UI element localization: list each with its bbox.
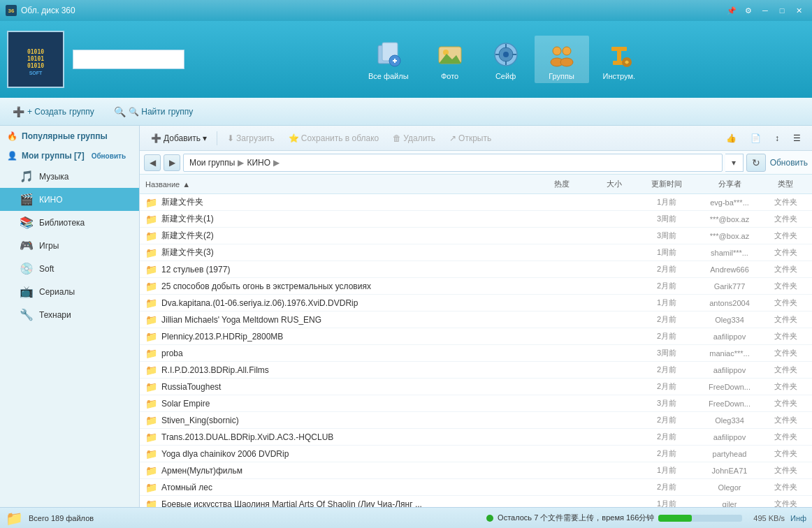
view-button[interactable]: ☰ — [788, 131, 806, 145]
my-groups-header[interactable]: 👤 Мои группы [7] Обновить — [0, 145, 139, 165]
file-date: 3月前 — [639, 398, 695, 409]
sidebar-item-music-label: Музыка — [39, 172, 132, 182]
nav-safe[interactable]: Сейф — [479, 36, 533, 83]
maximize-button[interactable]: □ — [774, 4, 790, 17]
table-row[interactable]: 📁 Dva.kapitana.(01-06.seriya.iz.06).1976… — [140, 295, 812, 311]
file-list-body: 📁 新建文件夹 1月前 evg-ba***... 文件夹 📁 新建文件夹(1) … — [140, 194, 812, 507]
statusbar-info-button[interactable]: Инф — [790, 514, 806, 522]
folder-icon: 📁 — [145, 432, 157, 443]
breadcrumb-back-button[interactable]: ◀ — [144, 154, 161, 171]
svg-point-23 — [560, 58, 573, 66]
table-row[interactable]: 📁 RussiaToughest 2月前 FreeDown... 文件夹 — [140, 379, 812, 395]
header-date[interactable]: 更新时间 — [639, 179, 695, 189]
sidebar-item-games[interactable]: 🎮 Игры — [0, 234, 139, 257]
file-name: 新建文件夹(2) — [161, 230, 534, 242]
sort-button[interactable]: ↕ — [769, 131, 785, 145]
soft-icon: 💿 — [20, 262, 34, 275]
toolbar-divider-1 — [217, 131, 217, 145]
file-date: 2月前 — [639, 381, 695, 392]
file-name: 12 стульев (1977) — [161, 265, 534, 274]
sidebar-item-music[interactable]: 🎵 Музыка — [0, 165, 139, 188]
titlebar-title: Обл. диск 360 — [21, 6, 724, 15]
kino-icon: 🎬 — [20, 193, 34, 206]
table-row[interactable]: 📁 新建文件夹 1月前 evg-ba***... 文件夹 — [140, 194, 812, 211]
settings-button[interactable]: ⚙ — [741, 4, 756, 17]
sidebar-item-soft[interactable]: 💿 Soft — [0, 257, 139, 280]
minimize-button[interactable]: ─ — [757, 4, 773, 17]
table-row[interactable]: 📁 Атомный лес 2月前 Olegor 文件夹 — [140, 479, 812, 496]
file-sharer: partyhead — [695, 450, 764, 458]
table-row[interactable]: 📁 25 способов добыть огонь в экстремальн… — [140, 278, 812, 295]
table-row[interactable]: 📁 新建文件夹(2) 3周前 ***@box.az 文件夹 — [140, 228, 812, 244]
refresh-button[interactable]: ↻ — [746, 154, 766, 172]
table-row[interactable]: 📁 新建文件夹(3) 1周前 shamil***... 文件夹 — [140, 244, 812, 261]
file-type: 文件夹 — [764, 314, 806, 325]
header-sort-icon: ▲ — [182, 180, 190, 189]
table-row[interactable]: 📁 R.I.P.D.2013.BDRip.All.Films 2月前 aafil… — [140, 362, 812, 379]
breadcrumb-current[interactable]: КИНО — [247, 158, 270, 168]
table-row[interactable]: 📁 Боевые искусства Шаолиня Martial Arts … — [140, 496, 812, 507]
header-name[interactable]: Название ▲ — [145, 180, 534, 189]
open-button[interactable]: ↗ Открыть — [444, 131, 497, 145]
nav-groups[interactable]: Группы — [535, 36, 589, 83]
sidebar-item-library[interactable]: 📚 Библиотека — [0, 211, 139, 234]
folder-icon: 📁 — [145, 365, 157, 376]
table-row[interactable]: 📁 Solar Empire 3月前 FreeDown... 文件夹 — [140, 395, 812, 412]
file-name: 新建文件夹(1) — [161, 213, 534, 225]
file-type: 文件夹 — [764, 298, 806, 308]
breadcrumb-dropdown[interactable]: ▾ — [725, 154, 744, 172]
create-group-button[interactable]: ➕ + Создать группу — [6, 103, 101, 120]
sidebar-item-serials[interactable]: 📺 Сериалы — [0, 280, 139, 303]
breadcrumb-forward-button[interactable]: ▶ — [164, 154, 180, 171]
table-row[interactable]: 📁 Stiven_King(sbornic) 2月前 Oleg334 文件夹 — [140, 412, 812, 429]
header-size[interactable]: 大小 — [590, 179, 639, 189]
nav-all-files[interactable]: Все файлы — [356, 36, 421, 83]
table-row[interactable]: 📁 Армен(Мульт)фильм 1月前 JohnEA71 文件夹 — [140, 462, 812, 479]
table-row[interactable]: 📁 新建文件夹(1) 3周前 ***@box.az 文件夹 — [140, 211, 812, 228]
table-row[interactable]: 📁 Trans.2013.DUAL.BDRip.XviD.AC3.-HQCLUB… — [140, 429, 812, 446]
header-hot[interactable]: 热度 — [534, 179, 590, 189]
file-sharer: aafilippov — [695, 433, 764, 441]
file-name: 新建文件夹(3) — [161, 247, 534, 258]
statusbar-files-text: Всего 189 файлов — [29, 514, 481, 522]
my-groups-refresh[interactable]: Обновить — [92, 152, 126, 160]
pin-button[interactable]: 📌 — [724, 4, 739, 17]
breadcrumb-root[interactable]: Мои группы — [189, 158, 235, 168]
download-button[interactable]: ⬇ Загрузить — [222, 131, 280, 145]
info-button[interactable]: 📄 — [745, 131, 767, 145]
file-sharer: ***@box.az — [695, 232, 764, 240]
save-cloud-button[interactable]: ⭐ Сохранить в облако — [283, 131, 384, 145]
header-sharer[interactable]: 分享者 — [695, 179, 764, 189]
nav-photos[interactable]: Фото — [423, 36, 477, 83]
table-row[interactable]: 📁 Plennicy.2013.P.HDRip_2800MB 2月前 aafil… — [140, 328, 812, 345]
delete-button[interactable]: 🗑 Удалить — [387, 131, 441, 145]
sidebar-item-technari[interactable]: 🔧 Технари — [0, 303, 139, 326]
add-button[interactable]: ➕ Добавить ▾ — [145, 131, 212, 145]
sidebar: 🔥 Популярные группы 👤 Мои группы [7] Обн… — [0, 126, 140, 507]
folder-icon: 📁 — [145, 264, 157, 275]
file-date: 2月前 — [639, 448, 695, 459]
table-row[interactable]: 📁 12 стульев (1977) 2月前 Andrew666 文件夹 — [140, 261, 812, 278]
app-icon: 36 — [6, 5, 17, 16]
nav-tools[interactable]: Инструм. — [590, 36, 648, 83]
table-row[interactable]: 📁 Yoga dlya chainikov 2006 DVDRip 2月前 pa… — [140, 446, 812, 462]
file-sharer: maniac***... — [695, 349, 764, 358]
svg-rect-26 — [611, 47, 627, 51]
find-group-button[interactable]: 🔍 🔍 Найти группу — [107, 103, 201, 120]
refresh-label[interactable]: Обновить — [770, 158, 808, 168]
popular-groups-header[interactable]: 🔥 Популярные группы — [0, 126, 139, 145]
file-name: 25 способов добыть огонь в экстремальных… — [161, 281, 534, 291]
table-row[interactable]: 📁 Jillian Michaels' Yoga Meltdown RUS_EN… — [140, 311, 812, 328]
close-button[interactable]: ✕ — [791, 4, 806, 17]
groups-icon — [547, 40, 577, 69]
search-input[interactable] — [73, 50, 184, 69]
header-type[interactable]: 类型 — [764, 179, 806, 189]
file-type: 文件夹 — [764, 197, 806, 207]
table-row[interactable]: 📁 proba 3周前 maniac***... 文件夹 — [140, 345, 812, 362]
file-sharer: antons2004 — [695, 299, 764, 307]
like-button[interactable]: 👍 — [720, 131, 742, 145]
sidebar-item-kino[interactable]: 🎬 КИНО — [0, 188, 139, 211]
open-label: Открыть — [458, 133, 491, 143]
file-type: 文件夹 — [764, 281, 806, 291]
file-sharer: evg-ba***... — [695, 198, 764, 207]
